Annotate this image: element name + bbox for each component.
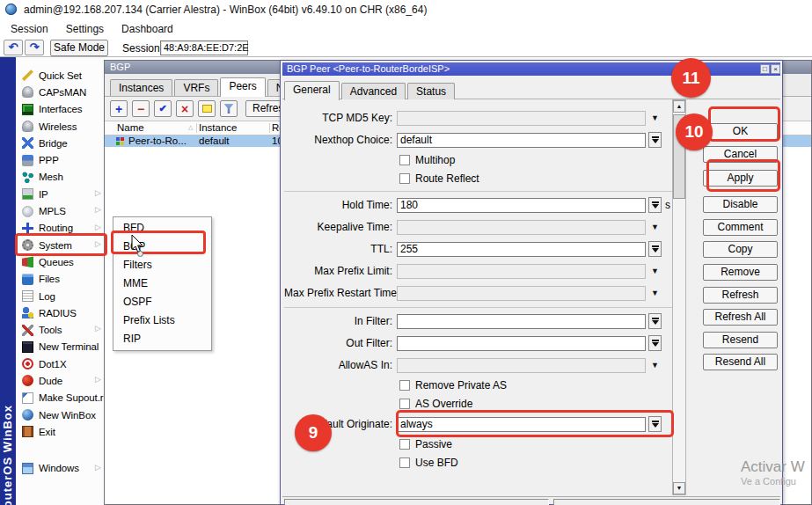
out-filter-field[interactable]	[397, 336, 646, 351]
session-input[interactable]: 48:A9:8A:EE:D7:2E	[160, 40, 248, 55]
sidebar-item-new-terminal[interactable]: New Terminal	[16, 339, 104, 355]
bgp-disable-button[interactable]: ×	[176, 100, 194, 117]
allowas-in-dropdown-arrow-icon[interactable]: ▼	[651, 361, 659, 370]
bgp-remove-button[interactable]: −	[132, 100, 150, 117]
sidebar-item-tools[interactable]: Tools▷	[16, 321, 104, 338]
nexthop-choice-field[interactable]: default	[397, 133, 646, 148]
sidebar-item-new-winbox[interactable]: New WinBox	[16, 406, 104, 423]
column-divider[interactable]	[269, 123, 270, 133]
as-override-checkbox[interactable]	[399, 399, 410, 409]
refresh-button[interactable]: Refresh	[703, 287, 778, 304]
submenu-item-mme[interactable]: MME	[113, 274, 211, 293]
radius-icon	[22, 307, 33, 318]
sidebar-item-dude[interactable]: Dude▷	[16, 372, 104, 389]
sidebar-item-log[interactable]: Log	[16, 288, 104, 304]
safe-mode-button[interactable]: Safe Mode	[50, 40, 108, 56]
sidebar-item-interfaces[interactable]: Interfaces	[16, 101, 104, 118]
max-prefix-limit-field[interactable]	[397, 264, 646, 279]
sidebar-item-ip[interactable]: IP▷	[16, 186, 104, 202]
tcp-md5-key-dropdown-arrow-icon[interactable]: ▼	[651, 113, 659, 122]
use-bfd-checkbox[interactable]	[399, 457, 410, 468]
checkbox-row-use-bfd: Use BFD	[284, 457, 675, 468]
dialog-tab-general[interactable]: General	[284, 81, 340, 100]
hold-time-field[interactable]: 180	[397, 198, 646, 213]
multihop-checkbox[interactable]	[399, 155, 410, 165]
plus-icon: +	[115, 104, 122, 114]
sidebar-item-dot1x[interactable]: Dot1X	[16, 355, 104, 372]
bgp-tab-vrfs[interactable]: VRFs	[174, 79, 218, 96]
column-header-name[interactable]: Name	[117, 122, 144, 133]
dialog-scrollbar[interactable]: ▲ ▼	[672, 99, 686, 495]
submenu-item-rip[interactable]: RIP	[113, 330, 211, 348]
disable-button[interactable]: Disable	[703, 196, 778, 213]
bgp-filter-button[interactable]	[220, 100, 238, 117]
dialog-tab-advanced[interactable]: Advanced	[341, 83, 406, 99]
sidebar-item-ppp[interactable]: PPP	[16, 151, 104, 168]
in-filter-field[interactable]	[397, 314, 646, 329]
dialog-tab-status[interactable]: Status	[407, 83, 455, 99]
sidebar-item-queues[interactable]: Queues	[16, 253, 104, 270]
banner-text: RouterOS WinBox	[1, 405, 14, 505]
sidebar-item-radius[interactable]: RADIUS	[16, 304, 104, 321]
bgp-add-button[interactable]: +	[110, 100, 128, 117]
sidebar-item-exit[interactable]: Exit	[16, 423, 104, 440]
remove-button[interactable]: Remove	[703, 264, 778, 281]
out-filter-dropdown-button[interactable]	[648, 335, 662, 351]
sidebar-item-windows[interactable]: Windows▷	[16, 460, 104, 477]
sidebar-item-quick-set[interactable]: Quick Set	[16, 67, 104, 84]
submenu-item-ospf[interactable]: OSPF	[113, 293, 211, 311]
sidebar-item-capsman[interactable]: CAPsMAN	[16, 84, 104, 100]
redo-button[interactable]: ↷	[25, 40, 44, 55]
ttl-dropdown-button[interactable]	[648, 241, 662, 257]
menu-dashboard[interactable]: Dashboard	[113, 20, 182, 38]
bgp-tab-instances[interactable]: Instances	[110, 79, 172, 96]
annotation-step-11: 11	[671, 58, 711, 98]
cross-icon: ×	[181, 104, 188, 114]
sidebar-item-make-supout-rif[interactable]: Make Supout.rif	[16, 390, 104, 406]
tcp-md5-key-field[interactable]	[397, 111, 646, 126]
resend-button[interactable]: Resend	[703, 332, 778, 348]
resend-all-button[interactable]: Resend All	[703, 354, 778, 370]
menu-session[interactable]: Session	[2, 20, 57, 38]
keepalive-time-field[interactable]	[397, 220, 646, 235]
sidebar-item-label: New WinBox	[39, 410, 96, 421]
minimize-icon[interactable]: □	[760, 64, 770, 74]
sidebar-item-bridge[interactable]: Bridge	[16, 135, 104, 151]
scroll-up-icon[interactable]: ▲	[673, 100, 685, 113]
column-header-instance[interactable]: Instance	[199, 122, 237, 133]
comment-button[interactable]: Comment	[703, 219, 778, 236]
remove-private-as-checkbox[interactable]	[399, 380, 410, 391]
max-prefix-restart-time-field[interactable]	[397, 286, 646, 301]
column-divider[interactable]	[196, 123, 197, 133]
scroll-down-icon[interactable]: ▼	[673, 482, 685, 494]
passive-checkbox[interactable]	[399, 439, 410, 450]
refresh-all-button[interactable]: Refresh All	[703, 309, 778, 326]
queues-icon	[22, 256, 33, 267]
close-icon[interactable]: ×	[771, 64, 780, 74]
sidebar-item-mesh[interactable]: Mesh	[16, 169, 104, 186]
checkbox-row-remove-private-as: Remove Private AS	[284, 379, 675, 391]
sidebar-item-wireless[interactable]: Wireless	[16, 118, 104, 135]
allowas-in-field[interactable]	[397, 358, 646, 373]
nexthop-choice-dropdown-button[interactable]	[648, 132, 662, 148]
checkbox-label: AS Override	[415, 398, 472, 410]
sidebar-item-files[interactable]: Files	[16, 271, 104, 288]
keepalive-time-dropdown-arrow-icon[interactable]: ▼	[651, 223, 659, 231]
submenu-item-prefix-lists[interactable]: Prefix Lists	[113, 311, 211, 330]
bgp-comment-button[interactable]	[198, 100, 216, 117]
bgp-enable-button[interactable]: ✔	[154, 100, 172, 117]
max-prefix-limit-dropdown-arrow-icon[interactable]: ▼	[651, 267, 659, 275]
max-prefix-restart-time-dropdown-arrow-icon[interactable]: ▼	[651, 289, 659, 297]
undo-button[interactable]: ↶	[4, 40, 23, 55]
copy-button[interactable]: Copy	[703, 241, 778, 258]
submenu-item-filters[interactable]: Filters	[113, 256, 211, 274]
field-label: In Filter:	[284, 315, 397, 327]
sidebar-item-mpls[interactable]: MPLS▷	[16, 202, 104, 219]
sidebar-item-label: Routing	[39, 223, 73, 233]
in-filter-dropdown-button[interactable]	[648, 313, 662, 329]
route-reflect-checkbox[interactable]	[399, 173, 410, 184]
ttl-field[interactable]: 255	[397, 242, 646, 257]
menu-settings[interactable]: Settings	[57, 20, 113, 38]
hold-time-dropdown-button[interactable]	[648, 197, 662, 213]
bgp-tab-peers[interactable]: Peers	[220, 77, 265, 97]
